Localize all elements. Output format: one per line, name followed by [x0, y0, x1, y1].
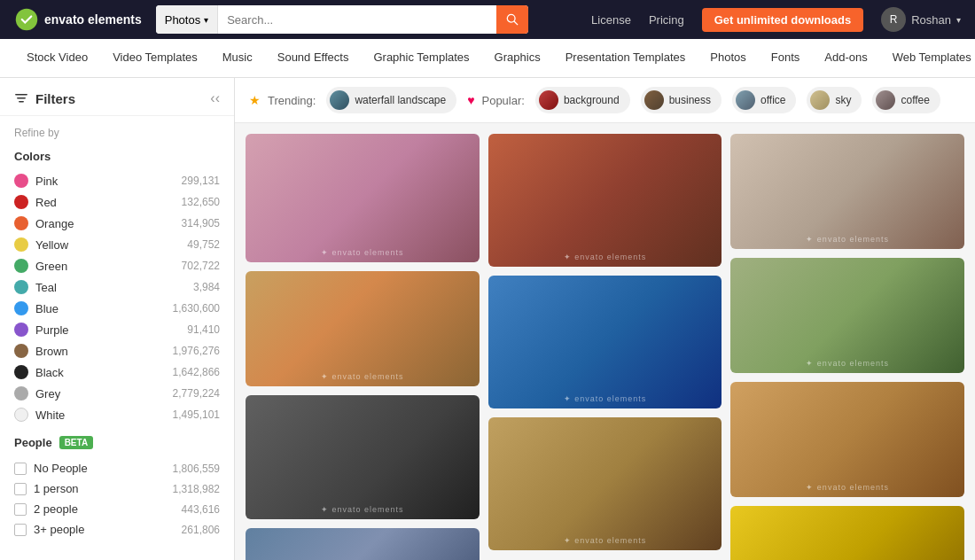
nav-addons[interactable]: Add-ons	[812, 39, 879, 78]
refine-label: Refine by	[14, 127, 220, 139]
search-button[interactable]	[496, 5, 528, 34]
people-filter-item[interactable]: 3+ people 261,806	[14, 519, 220, 540]
photo-image	[246, 271, 480, 386]
trending-bar: ★ Trending: waterfall landscape ♥ Popula…	[235, 78, 975, 123]
unlimited-downloads-button[interactable]: Get unlimited downloads	[702, 8, 864, 32]
nav-stock-video[interactable]: Stock Video	[14, 39, 100, 78]
tag-thumb-coffee	[876, 90, 895, 110]
beta-badge: BETA	[59, 436, 93, 449]
user-menu[interactable]: R Roshan ▾	[881, 7, 961, 32]
checkbox[interactable]	[14, 483, 27, 495]
color-item-left: Brown	[14, 344, 68, 358]
color-filter-item-brown[interactable]: Brown 1,976,276	[14, 340, 220, 362]
chevron-down-icon: ▾	[956, 15, 961, 25]
collapse-sidebar-button[interactable]: ‹‹	[210, 90, 220, 106]
color-filter-item-white[interactable]: White 1,495,101	[14, 404, 220, 425]
color-filter-item-green[interactable]: Green 702,722	[14, 255, 220, 276]
photo-flowers[interactable]: ✦ envato elements	[246, 134, 480, 262]
tag-thumb-sky	[810, 90, 830, 110]
checkbox[interactable]	[14, 463, 27, 475]
color-name: Teal	[35, 281, 57, 294]
svg-rect-4	[17, 97, 26, 99]
nav-video-templates[interactable]: Video Templates	[100, 39, 210, 78]
svg-rect-5	[19, 101, 24, 103]
color-item-left: Yellow	[14, 237, 68, 252]
photo-palace[interactable]: ✦ envato elements	[246, 271, 480, 386]
photo-image	[730, 506, 964, 560]
color-name: Grey	[35, 387, 60, 401]
photo-ninja[interactable]: ✦ envato elements	[246, 395, 480, 519]
checkbox-count: 1,806,559	[173, 463, 220, 475]
color-name: Purple	[35, 323, 69, 337]
photo-man-phone[interactable]: ✦ envato elements	[730, 134, 964, 249]
color-dot	[14, 259, 28, 273]
nav-links: License Pricing Get unlimited downloads …	[591, 7, 961, 32]
photo-pancakes[interactable]: ✦ envato elements	[730, 382, 964, 497]
photo-cleaner-woman[interactable]: ✦ envato elements	[730, 506, 964, 560]
checkbox-left: 3+ people	[14, 523, 84, 536]
color-count: 3,984	[193, 281, 220, 293]
nav-graphics[interactable]: Graphics	[482, 39, 553, 78]
color-item-left: Green	[14, 259, 67, 273]
color-dot	[14, 344, 28, 358]
search-type-label: Photos	[165, 13, 200, 27]
tag-coffee[interactable]: coffee	[872, 87, 940, 113]
checkbox-count: 443,616	[182, 503, 220, 516]
people-filter-item[interactable]: No People 1,806,559	[14, 458, 220, 478]
color-dot	[14, 408, 28, 422]
nav-photos[interactable]: Photos	[698, 39, 758, 78]
username: Roshan	[911, 13, 951, 27]
people-filter-item[interactable]: 2 people 443,616	[14, 499, 220, 519]
people-filter-list: No People 1,806,559 1 person 1,318,982 2…	[14, 458, 220, 540]
nav-graphic-templates[interactable]: Graphic Templates	[361, 39, 481, 78]
search-type-dropdown[interactable]: Photos ▾	[156, 5, 218, 34]
checkbox[interactable]	[14, 503, 27, 516]
photo-image	[488, 417, 722, 550]
photo-speedboat[interactable]: ✦ envato elements	[488, 276, 722, 408]
tag-background[interactable]: background	[535, 87, 630, 113]
nav-sound-effects[interactable]: Sound Effects	[265, 39, 362, 78]
color-count: 1,630,600	[173, 302, 220, 315]
color-filter-item-teal[interactable]: Teal 3,984	[14, 276, 220, 298]
photo-bedroom[interactable]: ✦ envato elements	[246, 528, 480, 560]
logo[interactable]: envato elements	[14, 7, 142, 32]
search-input[interactable]	[218, 5, 496, 34]
color-filter-item-orange[interactable]: Orange 314,905	[14, 213, 220, 234]
nav-presentation-templates[interactable]: Presentation Templates	[553, 39, 698, 78]
color-count: 1,495,101	[173, 408, 220, 421]
color-filter-item-black[interactable]: Black 1,642,866	[14, 362, 220, 383]
photo-woman-plants[interactable]: ✦ envato elements	[730, 258, 964, 373]
photo-grid: ✦ envato elements ✦ envato elements ✦ en…	[235, 123, 975, 560]
color-name: Blue	[35, 302, 58, 315]
color-item-left: Black	[14, 365, 64, 379]
color-filter-item-yellow[interactable]: Yellow 49,752	[14, 234, 220, 255]
tag-waterfall-landscape[interactable]: waterfall landscape	[326, 87, 456, 113]
color-filter-item-pink[interactable]: Pink 299,131	[14, 170, 220, 191]
color-item-left: Grey	[14, 386, 60, 401]
people-filter-item[interactable]: 1 person 1,318,982	[14, 478, 220, 499]
license-link[interactable]: License	[591, 13, 631, 27]
checkbox[interactable]	[14, 524, 27, 536]
photo-image	[246, 134, 480, 262]
pricing-link[interactable]: Pricing	[649, 13, 684, 27]
color-filter-item-grey[interactable]: Grey 2,779,224	[14, 383, 220, 404]
filter-icon	[14, 91, 28, 105]
color-filter-item-blue[interactable]: Blue 1,630,600	[14, 298, 220, 319]
tag-sky[interactable]: sky	[807, 87, 862, 113]
nav-music[interactable]: Music	[210, 39, 265, 78]
colors-section-title: Colors	[14, 150, 220, 163]
filters-label: Filters	[35, 91, 75, 106]
photo-breakfast[interactable]: ✦ envato elements	[488, 417, 722, 550]
color-filter-item-red[interactable]: Red 132,650	[14, 191, 220, 213]
checkbox-left: 1 person	[14, 482, 79, 495]
photo-meat-cooking[interactable]: ✦ envato elements	[488, 134, 722, 267]
nav-web-templates[interactable]: Web Templates	[880, 39, 975, 78]
color-filter-item-purple[interactable]: Purple 91,410	[14, 319, 220, 340]
tag-business[interactable]: business	[641, 87, 722, 113]
color-count: 1,642,866	[173, 366, 220, 378]
color-count: 49,752	[187, 238, 220, 251]
tag-office[interactable]: office	[732, 87, 796, 113]
nav-fonts[interactable]: Fonts	[759, 39, 813, 78]
color-filter-list: Pink 299,131 Red 132,650 Orange 314,905 …	[14, 170, 220, 425]
sidebar: Filters ‹‹ Refine by Colors Pink 299,131…	[0, 78, 235, 560]
